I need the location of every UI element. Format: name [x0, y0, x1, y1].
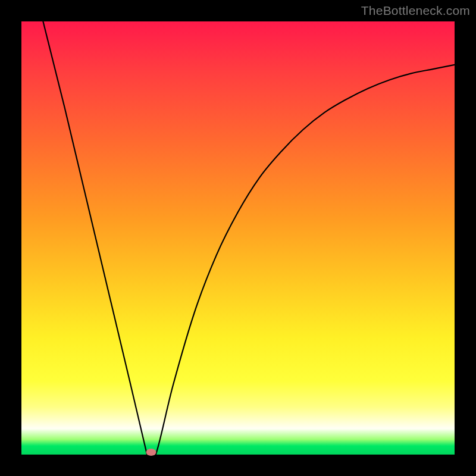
minimum-marker: [146, 449, 156, 456]
chart-frame: TheBottleneck.com: [0, 0, 476, 476]
watermark-text: TheBottleneck.com: [361, 4, 470, 18]
bottleneck-curve: [21, 21, 455, 455]
curve-path: [43, 21, 455, 460]
chart-plot-area: [21, 21, 455, 455]
